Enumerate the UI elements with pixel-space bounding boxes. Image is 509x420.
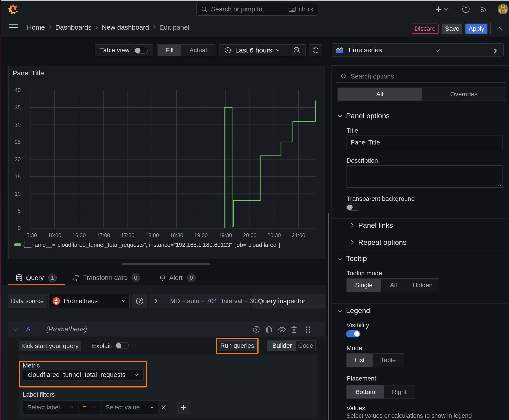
svg-text:17:00: 17:00 (97, 232, 110, 238)
svg-text:20:30: 20:30 (267, 232, 281, 238)
svg-text:19:00: 19:00 (194, 232, 208, 238)
svg-text:20: 20 (15, 156, 21, 162)
svg-text:17:30: 17:30 (121, 232, 134, 238)
svg-text:{__name__="cloudflared_tunnel_: {__name__="cloudflared_tunnel_total_requ… (23, 242, 281, 248)
svg-text:5: 5 (18, 208, 21, 214)
svg-text:40: 40 (15, 87, 21, 93)
svg-text:15:30: 15:30 (23, 232, 37, 238)
svg-text:30: 30 (15, 122, 21, 128)
svg-text:35: 35 (15, 104, 21, 110)
svg-text:0: 0 (18, 225, 21, 231)
svg-text:19:30: 19:30 (219, 232, 232, 238)
svg-text:18:00: 18:00 (145, 232, 159, 238)
svg-text:16:30: 16:30 (72, 232, 86, 238)
svg-text:16:00: 16:00 (48, 232, 61, 238)
svg-text:25: 25 (15, 139, 21, 145)
svg-text:20:00: 20:00 (243, 232, 257, 238)
svg-text:10: 10 (15, 191, 21, 197)
svg-text:21:00: 21:00 (292, 232, 305, 238)
svg-text:18:30: 18:30 (170, 232, 183, 238)
svg-text:15: 15 (15, 173, 21, 180)
